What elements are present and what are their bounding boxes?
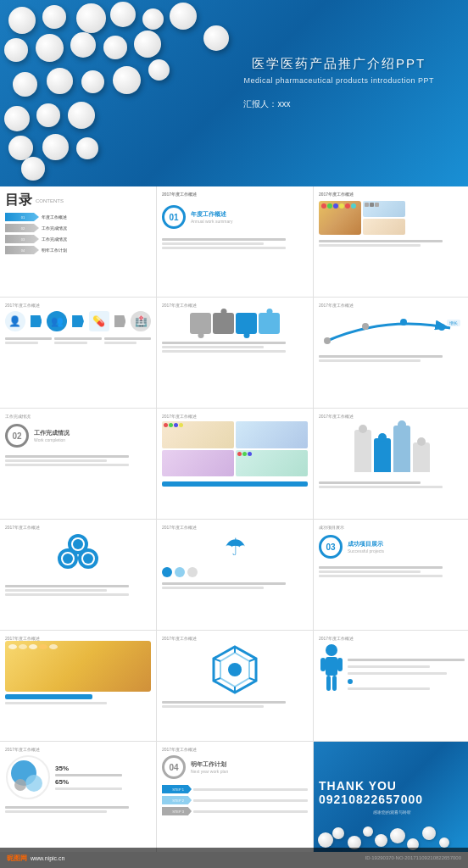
slide-year-02: 工作完成情况 [5,414,151,419]
toc-item-4: 04 明年工作计划 [5,246,151,254]
bubble-svg [5,754,52,801]
text-lines-hx [162,701,308,708]
slide-year-label: 2017年度工作概述 [162,192,308,197]
thank-you-text: THANK YOU 09210822657000 [319,779,465,806]
svg-point-4 [438,324,445,331]
slide-arrow-chart: 2017年度工作概述 增长 [314,298,468,408]
section-title-01: 年度工作概述 Annual work summary [191,210,232,224]
text-lines-cp1 [319,240,465,247]
watermark-logo: 昵图网 [7,854,27,863]
toc-label-1: 年度工作概述 [42,214,67,220]
step-3: STEP 3 [162,807,192,815]
toc-cn-label: 目录 [5,192,32,209]
text-lines-cl [5,585,151,596]
slide-year-hx: 2017年度工作概述 [162,636,308,641]
slide-section-01: 2017年度工作概述 01 年度工作概述 Annual work summary [157,186,313,297]
svg-point-20 [326,644,337,656]
shape-4 [413,442,430,472]
toc-arrow-4: 04 [5,246,39,254]
puzzle-1 [190,313,211,334]
watermark-url: www.nipic.cn [31,855,64,861]
slide-yellow-pills: 2017年度工作概述 [0,631,156,741]
arrow-gray [114,315,126,327]
svg-rect-22 [320,658,326,671]
slide-bubble-chart: 2017年度工作概述 35% 65% [0,742,156,852]
umbrella-icon: ☂ [162,533,308,561]
slide-title-cp1: 2017年度工作概述 [319,192,465,197]
photo-grid-4 [236,450,308,477]
photo-2 [363,201,405,217]
section-number-02: 02 [5,424,29,448]
slide-year-bc: 2017年度工作概述 [5,747,151,752]
text-lines-ac [319,355,465,362]
hexagon-container [162,644,308,695]
text-lines-2 [5,337,151,344]
svg-point-13 [228,663,242,676]
toc-arrow-1: 01 [5,213,39,221]
slide-year-pz: 2017年度工作概述 [162,303,308,308]
svg-point-3 [400,319,407,326]
text-lines-hu [348,646,465,702]
svg-rect-25 [332,676,337,691]
puzzle-pieces [162,313,308,334]
photo-grid-2 [236,421,308,448]
photo-3 [363,219,405,235]
slide-section-04: 2017年度工作概述 04 明年工作计划 Next year work plan… [157,742,313,852]
shape-2 [374,438,391,472]
svg-rect-21 [326,657,337,676]
connected-shapes [319,426,465,472]
puzzle-3 [236,313,257,334]
photo-grid-1 [162,421,234,448]
slide-puzzle: 2017年度工作概述 [157,298,313,408]
section-title-02: 工作完成情况 Work completion [34,429,70,442]
step-arrows-04: STEP 1 STEP 2 STEP 3 [162,785,308,815]
text-lines-pz [162,342,308,353]
svg-point-8 [73,539,83,549]
icon-people-2: 👥 [47,311,67,331]
svg-point-29 [14,779,26,791]
section-number-01: 01 [162,205,186,229]
section-title-03: 成功项目展示 Successful projects [348,540,384,554]
toc-arrow-3: 03 [5,235,39,243]
puzzle-2 [213,313,234,334]
slide-year-2: 2017年度工作概述 [5,303,151,308]
text-lines-02 [5,455,151,466]
slide-human: 2017年度工作概述 [314,631,468,741]
section-number-03: 03 [319,535,343,559]
svg-point-9 [63,554,73,564]
hero-title-cn: 医学医药产品推广介绍PPT [243,51,434,73]
toc-item-2: 02 工作完成情况 [5,224,151,232]
arrow-blue-2 [72,315,84,327]
slide-colorpills-1: 2017年度工作概述 [314,186,468,297]
hero-title-en: Medical pharmaceutical products introduc… [243,76,434,85]
section-number-04: 04 [162,755,186,779]
text-lines-01 [162,238,308,249]
toc-label-2: 工作完成情况 [42,225,67,231]
svg-point-2 [362,323,369,330]
slide-connected: 2017年度工作概述 [314,409,468,519]
pills-photo-grid [162,421,308,476]
svg-rect-24 [326,676,331,691]
slide-year-03: 成功项目展示 [319,525,465,530]
toc-item-1: 01 年度工作概述 [5,213,151,221]
shape-3 [393,426,410,472]
text-lines-bc [5,806,151,813]
text-lines-03 [319,566,465,577]
human-icon [319,643,344,702]
svg-point-10 [83,554,93,564]
svg-point-28 [25,775,42,792]
umbrella-dots [162,567,308,577]
slide-section-03: 成功项目展示 03 成功项目展示 Successful projects [314,520,468,630]
toc-arrow-2: 02 [5,224,39,232]
hero-section: 医学医药产品推广介绍PPT Medical pharmaceutical pro… [0,0,468,186]
icons-row-people: 👤 👥 💊 🏥 [5,311,151,331]
watermark-id: ID·19290370·NO·20171109210822657000 [365,855,461,860]
slide-section-02: 工作完成情况 02 工作完成情况 Work completion [0,409,156,519]
slide-people-icons: 2017年度工作概述 👤 👥 💊 🏥 [0,298,156,408]
puzzle-4 [259,313,280,334]
slide-year-04: 2017年度工作概述 [162,747,308,752]
bubble-chart-area: 35% 65% [5,754,151,801]
toc-label-4: 明年工作计划 [42,248,67,253]
icon-people-4: 🏥 [131,311,151,331]
slide-year-hu: 2017年度工作概述 [319,636,465,641]
